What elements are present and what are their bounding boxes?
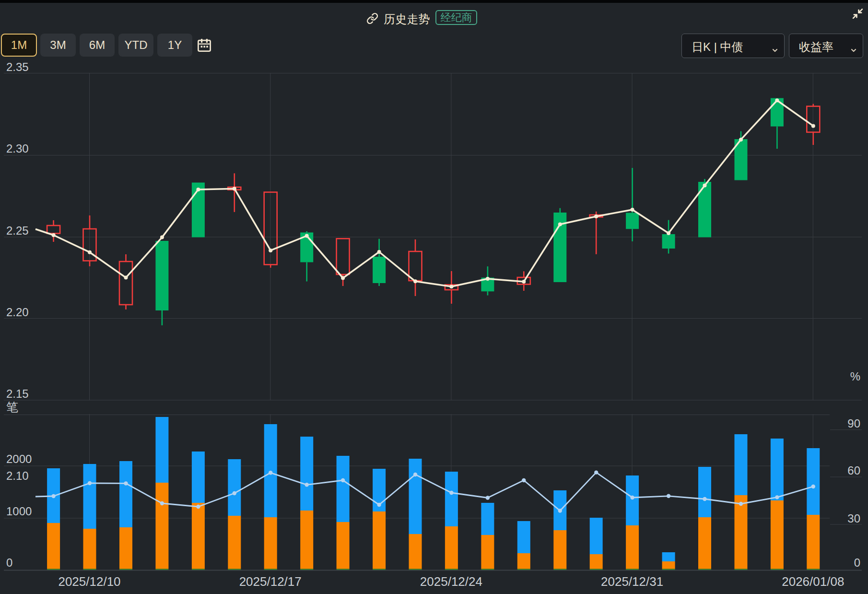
svg-text:60: 60 bbox=[847, 464, 860, 477]
svg-text:0: 0 bbox=[854, 556, 860, 569]
svg-text:2.35: 2.35 bbox=[6, 60, 29, 73]
svg-text:%: % bbox=[850, 370, 860, 383]
svg-text:0: 0 bbox=[6, 556, 12, 569]
svg-text:笔: 笔 bbox=[6, 400, 18, 414]
svg-text:2.25: 2.25 bbox=[6, 224, 29, 237]
svg-text:2025/12/31: 2025/12/31 bbox=[601, 574, 663, 589]
svg-text:2.15: 2.15 bbox=[6, 387, 29, 400]
svg-text:2.10: 2.10 bbox=[6, 469, 29, 482]
svg-text:2026/01/08: 2026/01/08 bbox=[782, 574, 844, 589]
svg-text:2.20: 2.20 bbox=[6, 306, 29, 319]
svg-text:30: 30 bbox=[847, 512, 860, 525]
svg-text:2025/12/24: 2025/12/24 bbox=[420, 574, 482, 589]
svg-text:2025/12/10: 2025/12/10 bbox=[58, 574, 120, 589]
svg-text:2.30: 2.30 bbox=[6, 142, 29, 155]
svg-text:90: 90 bbox=[847, 417, 860, 430]
svg-text:1000: 1000 bbox=[6, 505, 32, 518]
svg-text:2000: 2000 bbox=[6, 452, 32, 465]
svg-text:2025/12/17: 2025/12/17 bbox=[239, 574, 302, 589]
